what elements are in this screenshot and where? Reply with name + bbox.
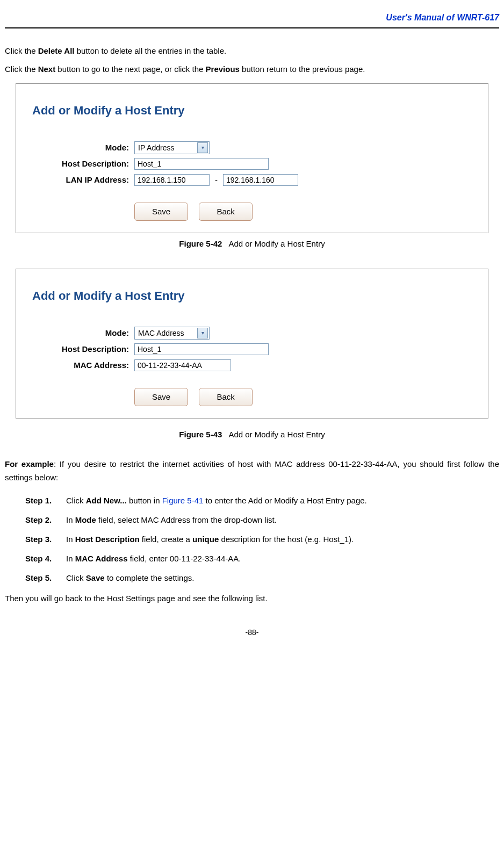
- figure-5-43-box: Add or Modify a Host Entry Mode: MAC Add…: [16, 269, 488, 419]
- t: description for the host (e.g. Host_1).: [219, 535, 354, 544]
- step-label: Step 2.: [25, 514, 66, 527]
- text: button to go to the next page, or click …: [55, 64, 205, 74]
- b: MAC Address: [75, 554, 128, 563]
- t: to complete the settings.: [105, 573, 195, 582]
- example-paragraph: For example: If you desire to restrict t…: [5, 457, 499, 485]
- text: Click the: [5, 46, 38, 55]
- step-1: Step 1. Click Add New... button in Figur…: [25, 494, 499, 507]
- example-body: : If you desire to restrict the internet…: [5, 459, 499, 482]
- example-lead: For example: [5, 459, 54, 468]
- mode-row: Mode: IP Address ▾: [32, 141, 472, 154]
- t: button in: [127, 496, 162, 505]
- step-text: Click Save to complete the settings.: [66, 572, 194, 585]
- b: Save: [86, 573, 105, 582]
- mode-select[interactable]: IP Address ▾: [134, 141, 210, 154]
- host-desc-row: Host Description:: [32, 157, 472, 170]
- chevron-down-icon[interactable]: ▾: [197, 142, 208, 153]
- mode-select-2[interactable]: MAC Address ▾: [134, 327, 210, 340]
- mode-value: IP Address: [138, 142, 174, 154]
- text: button return to the previous page.: [240, 64, 365, 74]
- save-button[interactable]: Save: [134, 203, 188, 221]
- bold-next: Next: [38, 64, 56, 74]
- save-button-2[interactable]: Save: [134, 388, 188, 406]
- mac-label: MAC Address:: [32, 359, 134, 372]
- host-desc-label-2: Host Description:: [32, 343, 134, 356]
- header-rule: [5, 27, 499, 28]
- host-desc-input[interactable]: [134, 158, 269, 170]
- closing-paragraph: Then you will go back to the Host Settin…: [5, 592, 499, 605]
- b: Host Description: [75, 535, 140, 544]
- text: button to delete all the entries in the …: [75, 46, 227, 55]
- host-desc-row-2: Host Description:: [32, 343, 472, 356]
- step-label: Step 5.: [25, 572, 66, 585]
- step-label: Step 4.: [25, 552, 66, 565]
- step-text: In Mode field, select MAC Address from t…: [66, 514, 277, 527]
- figure-text: Add or Modify a Host Entry: [228, 239, 325, 248]
- bold-delete-all: Delete All: [38, 46, 75, 55]
- t: In: [66, 535, 75, 544]
- chevron-down-icon[interactable]: ▾: [197, 328, 208, 338]
- step-text: Click Add New... button in Figure 5-41 t…: [66, 494, 367, 507]
- step-4: Step 4. In MAC Address field, enter 00-1…: [25, 552, 499, 565]
- figure-number-2: Figure 5-43: [179, 430, 222, 439]
- lan-ip-label: LAN IP Address:: [32, 174, 134, 186]
- step-label: Step 1.: [25, 494, 66, 507]
- lan-ip-from-input[interactable]: [134, 174, 210, 186]
- t: Click: [66, 496, 86, 505]
- figure-5-43-caption: Figure 5-43Add or Modify a Host Entry: [5, 428, 499, 441]
- step-2: Step 2. In Mode field, select MAC Addres…: [25, 514, 499, 527]
- mode-label-2: Mode:: [32, 327, 134, 340]
- back-button[interactable]: Back: [199, 203, 253, 221]
- button-row: Save Back: [32, 203, 472, 221]
- figure-5-41-link[interactable]: Figure 5-41: [162, 496, 204, 505]
- page-number: -88-: [5, 626, 499, 638]
- figure-5-42-caption: Figure 5-42Add or Modify a Host Entry: [5, 237, 499, 250]
- mode-label: Mode:: [32, 141, 134, 154]
- figure-5-43-heading: Add or Modify a Host Entry: [32, 286, 472, 305]
- t: to enter the Add or Modify a Host Entry …: [203, 496, 366, 505]
- step-5: Step 5. Click Save to complete the setti…: [25, 572, 499, 585]
- lan-ip-row: LAN IP Address: -: [32, 174, 472, 186]
- figure-5-42-box: Add or Modify a Host Entry Mode: IP Addr…: [16, 83, 488, 233]
- mac-input[interactable]: [134, 359, 231, 371]
- text: Click the: [5, 64, 38, 74]
- bold-previous: Previous: [206, 64, 240, 74]
- lan-ip-to-input[interactable]: [223, 174, 298, 186]
- doc-header: User's Manual of WNRT-617: [5, 11, 499, 25]
- mode-row-2: Mode: MAC Address ▾: [32, 327, 472, 340]
- t: field, create a: [140, 535, 192, 544]
- host-desc-input-2[interactable]: [134, 343, 269, 355]
- t: In: [66, 515, 75, 524]
- back-button-2[interactable]: Back: [199, 388, 253, 406]
- intro-line-1: Click the Delete All button to delete al…: [5, 45, 499, 57]
- t: Click: [66, 573, 86, 582]
- ip-dash: -: [215, 174, 218, 186]
- figure-5-42-heading: Add or Modify a Host Entry: [32, 101, 472, 120]
- t: field, enter 00-11-22-33-44-AA.: [127, 554, 241, 563]
- intro-line-2: Click the Next button to go to the next …: [5, 63, 499, 76]
- step-label: Step 3.: [25, 533, 66, 546]
- mode-value-2: MAC Address: [138, 327, 184, 339]
- step-3: Step 3. In Host Description field, creat…: [25, 533, 499, 546]
- mac-row: MAC Address:: [32, 359, 472, 372]
- figure-text-2: Add or Modify a Host Entry: [228, 430, 325, 439]
- host-desc-label: Host Description:: [32, 157, 134, 170]
- b: Add New...: [86, 496, 127, 505]
- b: unique: [192, 535, 219, 544]
- b: Mode: [75, 515, 96, 524]
- t: In: [66, 554, 75, 563]
- figure-number: Figure 5-42: [179, 239, 222, 248]
- t: field, select MAC Address from the drop-…: [96, 515, 277, 524]
- step-text: In MAC Address field, enter 00-11-22-33-…: [66, 552, 241, 565]
- step-text: In Host Description field, create a uniq…: [66, 533, 354, 546]
- button-row-2: Save Back: [32, 388, 472, 406]
